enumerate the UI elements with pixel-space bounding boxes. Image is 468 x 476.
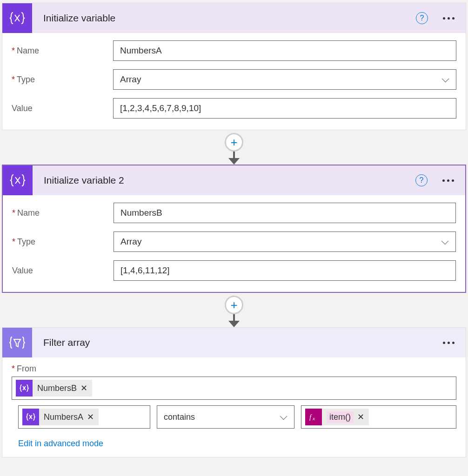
- field-label-type: *Type: [12, 237, 114, 247]
- chevron-down-icon: [441, 239, 449, 244]
- remove-token-icon[interactable]: ✕: [357, 412, 364, 422]
- token-label: NumbersB: [37, 383, 77, 393]
- action-card-initialize-variable-1: Initialize variable ? *Name NumbersA *Ty…: [2, 3, 466, 130]
- card-body: *Name NumbersA *Type Array Value [1,2,3,…: [2, 33, 466, 130]
- value-input[interactable]: [1,4,6,11,12]: [114, 260, 456, 281]
- type-select[interactable]: Array: [114, 231, 456, 252]
- variable-icon: [16, 380, 33, 397]
- filter-condition-row: NumbersA ✕ contains f x: [12, 405, 456, 429]
- condition-right-input[interactable]: f x item() ✕: [301, 405, 456, 429]
- overflow-menu-icon[interactable]: [440, 14, 457, 22]
- field-label-name: *Name: [12, 46, 113, 56]
- field-label-value: Value: [12, 266, 114, 276]
- arrow-down-icon: [228, 151, 240, 165]
- chevron-down-icon: [442, 77, 449, 82]
- token-numbers-b[interactable]: NumbersB ✕: [16, 380, 92, 397]
- from-input[interactable]: NumbersB ✕: [12, 377, 456, 400]
- token-label: NumbersA: [44, 412, 83, 422]
- name-input[interactable]: NumbersA: [113, 40, 456, 61]
- field-label-value: Value: [12, 104, 113, 113]
- remove-token-icon[interactable]: ✕: [80, 383, 87, 393]
- condition-left-input[interactable]: NumbersA ✕: [18, 405, 150, 429]
- help-icon[interactable]: ?: [415, 174, 428, 186]
- card-title: Initialize variable: [32, 13, 416, 24]
- svg-text:x: x: [312, 416, 315, 421]
- edit-advanced-mode-link[interactable]: Edit in advanced mode: [12, 439, 103, 449]
- card-title: Filter array: [32, 337, 440, 348]
- flow-connector: +: [2, 293, 466, 327]
- chevron-down-icon: [280, 415, 287, 419]
- variable-icon: [3, 165, 33, 195]
- variable-icon: [2, 3, 32, 33]
- token-label: item(): [327, 411, 354, 423]
- value-input[interactable]: [1,2,3,4,5,6,7,8,9,10]: [113, 98, 456, 119]
- card-body: *Name NumbersB *Type Array Value [1,4,6,…: [3, 195, 465, 292]
- card-header[interactable]: Initialize variable ?: [2, 3, 466, 33]
- action-card-initialize-variable-2: Initialize variable 2 ? *Name NumbersB *…: [2, 165, 466, 293]
- overflow-menu-icon[interactable]: [440, 177, 457, 185]
- token-item-expression[interactable]: f x item() ✕: [305, 409, 369, 425]
- type-select[interactable]: Array: [113, 69, 456, 90]
- arrow-down-icon: [228, 313, 240, 327]
- filter-icon: [2, 328, 32, 357]
- action-card-filter-array: Filter array *From NumbersB ✕: [2, 327, 466, 457]
- card-header[interactable]: Filter array: [2, 328, 466, 357]
- flow-connector: +: [2, 130, 466, 165]
- overflow-menu-icon[interactable]: [440, 339, 457, 347]
- condition-operator-select[interactable]: contains: [157, 405, 294, 429]
- add-step-button[interactable]: +: [225, 296, 243, 314]
- add-step-button[interactable]: +: [225, 133, 243, 152]
- help-icon[interactable]: ?: [416, 12, 428, 24]
- name-input[interactable]: NumbersB: [114, 203, 456, 223]
- svg-text:f: f: [309, 413, 312, 421]
- remove-token-icon[interactable]: ✕: [87, 412, 94, 422]
- card-title: Initialize variable 2: [33, 175, 415, 186]
- variable-icon: [22, 409, 39, 425]
- card-header[interactable]: Initialize variable 2 ?: [3, 165, 465, 195]
- card-body: *From NumbersB ✕: [2, 357, 466, 457]
- token-numbers-a[interactable]: NumbersA ✕: [22, 409, 99, 425]
- field-label-from: *From: [12, 364, 456, 374]
- field-label-type: *Type: [12, 75, 113, 85]
- field-label-name: *Name: [12, 208, 114, 218]
- expression-icon: f x: [305, 409, 322, 425]
